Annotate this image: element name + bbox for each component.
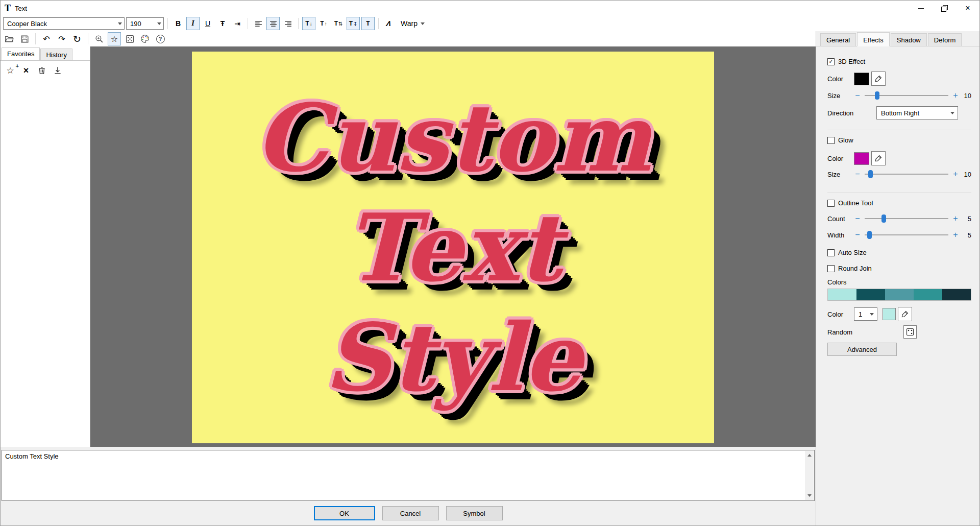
palette-color-swatch[interactable] bbox=[883, 308, 896, 320]
3d-size-slider[interactable] bbox=[865, 91, 948, 100]
zoom-icon bbox=[95, 35, 104, 43]
width-slider[interactable] bbox=[865, 230, 948, 240]
dither-button[interactable] bbox=[123, 32, 136, 45]
tab-stop-button[interactable]: ⇥ bbox=[231, 17, 244, 30]
zoom-button[interactable] bbox=[92, 32, 106, 45]
palette-segment[interactable] bbox=[942, 289, 971, 300]
trash-icon bbox=[37, 66, 46, 75]
random-label: Random bbox=[827, 328, 852, 336]
outline-tool-checkbox[interactable] bbox=[827, 200, 835, 207]
restore-button[interactable] bbox=[933, 1, 956, 16]
advanced-button[interactable]: Advanced bbox=[827, 343, 897, 356]
delete-favorite-button[interactable]: × bbox=[20, 65, 32, 76]
slider-track bbox=[865, 234, 948, 235]
tab-favorites[interactable]: Favorites bbox=[2, 47, 40, 60]
italic-button[interactable]: I bbox=[186, 17, 200, 30]
count-slider[interactable] bbox=[865, 214, 948, 223]
dialog-body: ↶ ↷ ↻ ☆ ? Favor bbox=[1, 31, 979, 525]
random-colors-button[interactable] bbox=[903, 325, 917, 339]
count-decrease-button[interactable]: − bbox=[854, 214, 861, 223]
text-orientation-5-button[interactable]: T bbox=[361, 17, 375, 30]
redo-button[interactable]: ↷ bbox=[55, 32, 68, 45]
text-orientation-3-button[interactable]: T⇅ bbox=[332, 17, 345, 30]
preview-canvas[interactable]: Custom Text Style bbox=[192, 52, 714, 443]
chevron-down-icon bbox=[421, 22, 425, 25]
undo-button[interactable]: ↶ bbox=[40, 32, 53, 45]
tab-general[interactable]: General bbox=[820, 33, 856, 46]
help-button[interactable]: ? bbox=[154, 32, 167, 45]
slider-thumb[interactable] bbox=[881, 214, 886, 223]
slider-thumb[interactable] bbox=[875, 91, 879, 100]
warp-dropdown[interactable]: Warp bbox=[397, 17, 428, 30]
align-right-button[interactable] bbox=[281, 17, 295, 30]
font-size-select[interactable]: 190 bbox=[126, 17, 164, 30]
tab-stop-icon: ⇥ bbox=[234, 19, 240, 28]
tab-shadow[interactable]: Shadow bbox=[891, 33, 927, 46]
clear-favorites-button[interactable] bbox=[36, 65, 47, 76]
palette-segment[interactable] bbox=[828, 289, 856, 300]
palette-button[interactable] bbox=[138, 32, 152, 45]
glow-size-slider[interactable] bbox=[865, 170, 948, 179]
align-center-button[interactable] bbox=[266, 17, 280, 30]
window-title: Text bbox=[15, 5, 27, 12]
glow-color-swatch[interactable] bbox=[854, 152, 869, 165]
tab-deform[interactable]: Deform bbox=[928, 33, 962, 46]
text-input[interactable]: Custom Text Style bbox=[2, 450, 815, 501]
bold-button[interactable]: B bbox=[172, 17, 185, 30]
3d-color-swatch[interactable] bbox=[854, 73, 869, 85]
palette-segment[interactable] bbox=[914, 289, 942, 300]
color-index-value: 1 bbox=[859, 310, 868, 318]
add-favorite-button[interactable]: ☆ + bbox=[5, 65, 16, 76]
width-increase-button[interactable]: + bbox=[952, 230, 959, 240]
save-button[interactable] bbox=[18, 32, 31, 45]
align-left-button[interactable] bbox=[252, 17, 265, 30]
3d-color-label: Color bbox=[827, 75, 854, 83]
palette-segment[interactable] bbox=[885, 289, 914, 300]
3d-color-picker-button[interactable] bbox=[871, 71, 886, 86]
glow-size-decrease-button[interactable]: − bbox=[854, 170, 861, 179]
left-region: ↶ ↷ ↻ ☆ ? Favor bbox=[1, 31, 816, 525]
color-gradient-bar[interactable] bbox=[827, 289, 971, 301]
close-button[interactable]: × bbox=[956, 1, 979, 16]
underline-button[interactable]: U bbox=[201, 17, 214, 30]
open-button[interactable] bbox=[3, 32, 16, 45]
toolbar-separator bbox=[298, 18, 299, 29]
minimize-button[interactable] bbox=[909, 1, 933, 16]
reset-button[interactable]: ↻ bbox=[70, 32, 84, 45]
direction-select[interactable]: Bottom Right bbox=[876, 106, 958, 119]
round-join-checkbox[interactable] bbox=[827, 265, 835, 272]
text-orientation-1-button[interactable]: T↓ bbox=[302, 17, 315, 30]
slider-thumb[interactable] bbox=[867, 231, 872, 239]
underline-icon: U bbox=[205, 19, 210, 28]
arrow-glyph: ↧ bbox=[353, 21, 357, 27]
3d-effect-checkbox[interactable]: ✓ bbox=[827, 58, 835, 65]
text-input-scrollbar[interactable] bbox=[805, 451, 814, 500]
3d-size-increase-button[interactable]: + bbox=[952, 91, 959, 100]
text-orientation-4-icon: T bbox=[349, 20, 353, 27]
color-index-select[interactable]: 1 bbox=[854, 307, 877, 321]
ok-button[interactable]: OK bbox=[314, 506, 375, 520]
glow-size-increase-button[interactable]: + bbox=[952, 170, 959, 179]
warp-style-button[interactable]: Λ bbox=[382, 17, 396, 30]
glow-color-picker-button[interactable] bbox=[871, 151, 886, 165]
import-favorites-button[interactable] bbox=[52, 65, 63, 76]
text-orientation-2-button[interactable]: T↑ bbox=[317, 17, 330, 30]
palette-color-picker-button[interactable] bbox=[898, 307, 912, 321]
palette-segment[interactable] bbox=[856, 289, 885, 300]
font-family-select[interactable]: Cooper Black bbox=[3, 17, 125, 30]
cancel-button[interactable]: Cancel bbox=[382, 506, 439, 520]
scroll-down-button[interactable] bbox=[805, 491, 814, 500]
favorites-button[interactable]: ☆ bbox=[108, 32, 121, 45]
strikethrough-button[interactable]: Ŧ bbox=[216, 17, 229, 30]
text-orientation-4-button[interactable]: T↧ bbox=[347, 17, 360, 30]
tab-history[interactable]: History bbox=[40, 49, 72, 60]
count-increase-button[interactable]: + bbox=[952, 214, 959, 223]
3d-size-decrease-button[interactable]: − bbox=[854, 91, 861, 100]
width-decrease-button[interactable]: − bbox=[854, 230, 861, 240]
scroll-up-button[interactable] bbox=[805, 451, 814, 460]
slider-thumb[interactable] bbox=[868, 170, 873, 178]
glow-checkbox[interactable] bbox=[827, 137, 835, 144]
auto-size-checkbox[interactable] bbox=[827, 249, 835, 256]
tab-effects[interactable]: Effects bbox=[857, 32, 890, 46]
symbol-button[interactable]: Symbol bbox=[446, 506, 503, 520]
